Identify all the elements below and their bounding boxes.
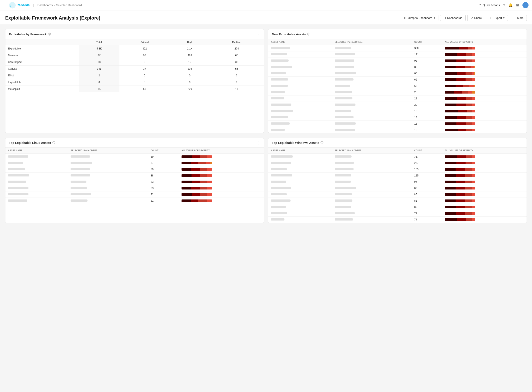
linux-menu-button[interactable]: ⋮ [256,141,260,145]
list-item: 63 [268,83,527,89]
table-row: Elliot 2 0 0 0 [5,72,264,79]
blurred-asset [5,166,68,173]
breadcrumb-dashboards[interactable]: Dashboards [37,4,52,7]
more-label: More [517,16,523,19]
blurred-asset [332,89,411,95]
windows-ipv4-col: SELECTED IPV4 ADDRES... [332,148,412,154]
severity-bar-cell [442,160,527,166]
blurred-asset [332,204,412,210]
table-row: Core Impact 78 0 12 33 [5,59,264,65]
linux-card-body: ASSET NAME SELECTED IPV4 ADDRES... COUNT… [5,148,264,204]
linux-info-icon[interactable]: ⓘ [52,141,55,145]
list-item: 31 [5,198,264,204]
asset-count: 33 [148,179,179,185]
main-content: Exploitable by Framework ⓘ ⋮ Total Criti… [0,25,532,227]
severity-bar-cell [442,179,527,185]
blurred-asset [268,102,332,108]
framework-name: Exploitable [5,45,79,52]
list-item: 165 [268,166,527,173]
help-icon: ? [503,3,505,7]
framework-card-header: Exploitable by Framework ⓘ ⋮ [5,29,264,39]
list-item: 39 [5,166,264,173]
blurred-asset [268,70,332,77]
severity-bar-cell [442,45,527,51]
page-header: Exploitable Framework Analysis (Explore)… [0,10,532,25]
blurred-asset [5,179,68,185]
severity-bar-cell [442,173,527,179]
blurred-asset [332,64,411,70]
page-title: Exploitable Framework Analysis (Explore) [5,15,100,21]
chevron-down-icon2: ▾ [503,16,505,19]
blurred-asset [332,95,411,102]
share-button[interactable]: ↗ Share [467,15,485,21]
blurred-asset [268,127,332,133]
list-item: 77 [268,217,527,223]
new-exploitable-menu-button[interactable]: ⋮ [519,32,523,36]
asset-count: 125 [411,173,442,179]
menu-button[interactable]: ☰ [4,3,6,7]
severity-bar-cell [442,185,527,191]
linux-card-header: Top Exploitable Linux Assets ⓘ ⋮ [5,138,264,148]
list-item: 57 [5,160,264,166]
blurred-asset [268,204,332,210]
jump-to-dashboard-button[interactable]: ⊞ Jump to Dashboard ▾ [401,15,438,21]
linux-asset-col: ASSET NAME [5,148,68,154]
blurred-asset [332,191,412,198]
framework-total: 2 [79,72,119,79]
blurred-asset [332,70,411,77]
framework-name: Canvas [5,65,79,72]
asset-count: 20 [412,102,442,108]
help-button[interactable]: ? [503,3,505,7]
windows-info-icon[interactable]: ⓘ [320,141,323,145]
framework-medium: 0 [210,72,264,79]
blurred-asset [332,217,412,223]
blurred-asset [68,160,148,166]
asset-count: 337 [411,154,442,160]
col-total-header: Total [79,39,119,45]
table-row: Metasploit 1K 65 229 17 [5,86,264,93]
list-item: 96 [268,179,527,185]
framework-medium: 56 [210,65,264,72]
framework-medium: 17 [210,86,264,93]
dashboards-label: Dashboards [447,16,462,19]
asset-count: 39 [148,166,179,173]
new-exploitable-info-icon[interactable]: ⓘ [307,32,310,36]
avatar[interactable]: U [523,2,528,8]
windows-menu-button[interactable]: ⋮ [519,141,523,145]
apps-button[interactable]: ⊞ [516,3,519,7]
severity-bar-cell [179,154,264,160]
framework-info-icon[interactable]: ⓘ [48,32,51,36]
framework-menu-button[interactable]: ⋮ [256,32,260,36]
framework-medium: 33 [210,59,264,65]
asset-count: 66 [412,70,442,77]
severity-bar-cell [442,127,527,133]
dashboards-button[interactable]: ⊟ Dashboards [440,15,466,21]
more-button[interactable]: ⋯ More [510,15,527,21]
asset-count: 257 [411,160,442,166]
count-col-header: COUNT [412,39,442,45]
tenable-logo-icon: t [9,2,16,9]
blurred-asset [68,179,148,185]
quick-actions-button[interactable]: ⏱ Quick Actions [479,4,500,7]
asset-count: 390 [412,45,442,51]
more-icon: ⋯ [513,16,516,19]
framework-name: Malware [5,52,79,59]
list-item: 20 [268,102,527,108]
export-button[interactable]: ↩ Export ▾ [487,15,508,21]
blurred-asset [332,179,412,185]
blurred-asset [268,121,332,127]
windows-table: ASSET NAME SELECTED IPV4 ADDRES... COUNT… [268,148,527,223]
blurred-asset [332,210,412,217]
asset-count: 83 [412,64,442,70]
asset-count: 89 [411,185,442,191]
list-item: 89 [268,185,527,191]
framework-high: 229 [170,86,210,93]
blurred-asset [332,154,412,160]
framework-total: 78 [79,59,119,65]
severity-bar-cell [442,108,527,114]
framework-total: 0 [79,79,119,86]
notifications-button[interactable]: 🔔 [508,3,513,7]
framework-critical: 0 [119,59,170,65]
severity-bar-cell [442,70,527,77]
severity-bar-cell [179,166,264,173]
